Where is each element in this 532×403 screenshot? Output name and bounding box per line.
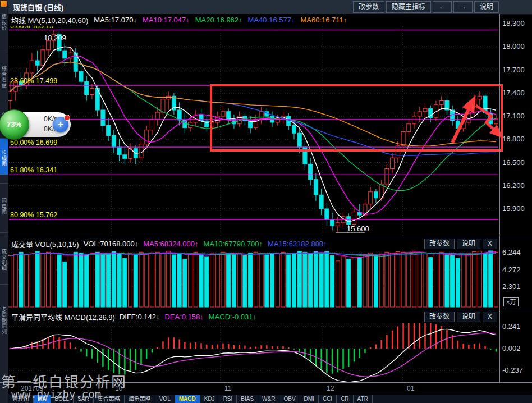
- tab-OBV[interactable]: OBV: [279, 395, 300, 403]
- price-axis-label: 18.300: [502, 19, 525, 28]
- sidebar-item-综合看盘[interactable]: 综合看盘: [0, 52, 8, 99]
- macd-axis-label: 0.002: [502, 344, 521, 352]
- price-axis-label: 16.200: [502, 181, 525, 190]
- next-arrow-button[interactable]: →: [453, 1, 473, 13]
- sidebar-item-闪电图[interactable]: 闪电图: [0, 183, 8, 227]
- volume-value: MA10:67790.700↑: [204, 240, 263, 248]
- tab-DMI[interactable]: DMI: [300, 395, 319, 403]
- left-sidebar: 情报价综合看盘分时图K线图闪电图成交明细多周期同列: [0, 0, 8, 403]
- ma-indicator-row: 均线 MA(5,10,20,40,60) MA5:17.070↓MA10:17.…: [8, 14, 499, 26]
- volume-unit-label: ×万: [503, 297, 519, 306]
- tab-海角策略[interactable]: 海角策略: [125, 395, 155, 403]
- volume-value: MA5:68324.000↑: [143, 240, 198, 248]
- x-axis-label: 11: [224, 384, 231, 392]
- macd-axis-label: 0.241: [502, 322, 521, 331]
- app-window: 0.00% 18.21523.60% 17.49938.20% 17.05750…: [0, 0, 532, 403]
- price-axis-label: 15.900: [502, 204, 525, 213]
- macd-close-button[interactable]: X: [483, 312, 497, 322]
- toolbar-button-说明[interactable]: 说明: [474, 1, 499, 13]
- fib-label: 61.80% 16.341: [10, 166, 57, 174]
- macd-value: DIFF:0.142↓: [120, 313, 160, 321]
- volume-pane-header: 成交量 VOL(5,10,15) VOL:70168.000↓MA5:68324…: [8, 238, 499, 250]
- ma-value: MA10:17.047↓: [143, 16, 190, 24]
- pane-separator: [0, 237, 532, 237]
- title-bar: 现货白银 (日线) 改参数隐藏主指标←→说明: [8, 0, 532, 15]
- toolbar-button-隐藏主指标[interactable]: 隐藏主指标: [386, 1, 431, 13]
- fib-label: 80.90% 15.762: [10, 211, 57, 219]
- tab-MACD[interactable]: MACD: [175, 395, 200, 403]
- app-logo-icon: [1, 1, 7, 7]
- ma-value: MA5:17.070↓: [94, 16, 137, 24]
- ma-indicator-label: 均线 MA(5,10,20,40,60): [11, 15, 88, 25]
- tab-CR[interactable]: CR: [337, 395, 353, 403]
- toolbar-button-改参数[interactable]: 改参数: [353, 1, 384, 13]
- macd-axis-label: -0.237: [502, 366, 523, 374]
- fib-label: 50.00% 16.699: [10, 139, 57, 146]
- price-axis-label: 18.000: [502, 42, 525, 51]
- price-axis-label: 17.700: [502, 66, 525, 74]
- notification-dot: [64, 115, 70, 121]
- ma-value: MA20:16.962↑: [195, 16, 242, 24]
- tab-W&R[interactable]: W&R: [258, 395, 279, 403]
- ma-value: MA40:16.577↓: [248, 16, 295, 24]
- annotation-arrow-down: [476, 106, 498, 134]
- price-annotation: 15.600: [347, 225, 369, 233]
- volume-axis-label: 2.301: [502, 282, 521, 291]
- volume-axis-label: 6.244: [502, 248, 521, 257]
- instrument-title: 现货白银 (日线): [13, 2, 63, 12]
- price-axis-label: 17.100: [502, 112, 525, 120]
- annotation-red-box: [211, 85, 502, 150]
- sidebar-item-情报价[interactable]: 情报价: [0, 1, 8, 41]
- volume-button-改参数[interactable]: 改参数: [424, 239, 455, 249]
- volume-button-说明[interactable]: 说明: [457, 239, 480, 249]
- float-widget[interactable]: ↑ 0K/s ↓ 0K/s + 73%: [3, 112, 71, 138]
- volume-close-button[interactable]: X: [483, 239, 497, 249]
- price-annotation: 18.209: [44, 34, 66, 42]
- ma-value: MA60:16.711↑: [300, 16, 347, 24]
- x-axis-label: 12: [327, 384, 334, 392]
- tab-ATR[interactable]: ATR: [354, 395, 373, 403]
- macd-button-改参数[interactable]: 改参数: [424, 312, 455, 322]
- macd-value: DEA:0.158↓: [164, 313, 203, 321]
- sidebar-item-成交明细[interactable]: 成交明细: [0, 232, 8, 285]
- prev-arrow-button[interactable]: ←: [433, 1, 452, 13]
- price-axis-label: 16.800: [502, 135, 525, 143]
- volume-value: MA15:63182.800↑: [268, 240, 327, 248]
- sidebar-item-多周期同列[interactable]: 多周期同列: [0, 284, 8, 354]
- volume-value: VOL:70168.000↓: [84, 240, 139, 248]
- annotation-arrow-up: [452, 103, 472, 143]
- tab-KDJ[interactable]: KDJ: [200, 395, 219, 403]
- axis-separator: [499, 14, 500, 383]
- macd-value: MACD:-0.031↓: [209, 313, 256, 321]
- tab-BIAS[interactable]: BIAS: [237, 395, 258, 403]
- price-axis-label: 17.400: [502, 89, 525, 97]
- sidebar-item-K线图[interactable]: K线图: [0, 138, 8, 175]
- price-axis-label: 16.500: [502, 158, 525, 167]
- pane-separator: [0, 310, 532, 310]
- macd-pane-header: 平滑异同平均线 MACD(12,26,9) DIFF:0.142↓DEA:0.1…: [8, 311, 499, 323]
- tab-VOL[interactable]: VOL: [155, 395, 175, 403]
- macd-button-说明[interactable]: 说明: [457, 312, 480, 322]
- x-axis-label: 01: [407, 384, 414, 392]
- fib-label: 23.60% 17.499: [10, 77, 57, 85]
- volume-axis-label: 4.272: [502, 265, 521, 274]
- chart-canvas: 0.00% 18.21523.60% 17.49938.20% 17.05750…: [0, 0, 532, 403]
- macd-label: 平滑异同平均线 MACD(12,26,9): [11, 312, 115, 322]
- watermark-url: www.dyizby.com: [11, 388, 101, 400]
- score-sphere[interactable]: 73%: [0, 109, 29, 140]
- volume-label: 成交量 VOL(5,10,15): [11, 239, 79, 249]
- tab-CCI[interactable]: CCI: [319, 395, 337, 403]
- tab-RSI[interactable]: RSI: [219, 395, 237, 403]
